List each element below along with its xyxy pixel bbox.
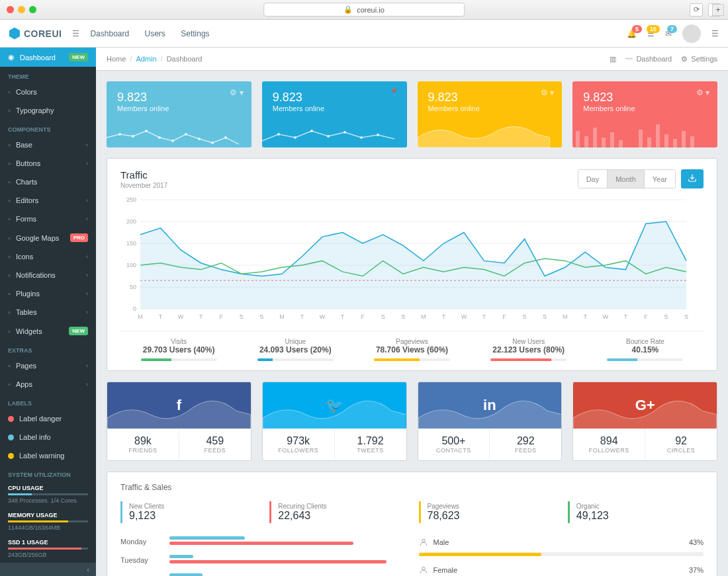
section-title-theme: THEME — [0, 67, 96, 83]
label: Widgets — [16, 327, 42, 335]
range-month[interactable]: Month — [608, 170, 645, 188]
minimize-window-icon[interactable] — [18, 6, 25, 13]
date-range-toggle: Day Month Year — [578, 169, 676, 188]
sidebar-item-notifications[interactable]: ◦ Notifications ‹ — [0, 266, 96, 284]
gear-icon[interactable]: ⚙ ▾ — [696, 88, 709, 97]
aside-toggle-button[interactable]: ☰ — [711, 29, 719, 38]
sidebar-item-widgets[interactable]: ◦ Widgets NEW — [0, 321, 96, 341]
sidebar-item-base[interactable]: ◦ Base ‹ — [0, 136, 96, 154]
sidebar-toggle-button[interactable]: ☰ — [72, 29, 79, 38]
bc-speedometer-icon[interactable]: ▥ — [610, 55, 616, 63]
mini-chart — [107, 118, 239, 147]
user-icon — [419, 565, 428, 575]
nav-settings[interactable]: Settings — [181, 29, 209, 38]
chevron-left-icon: ‹ — [86, 290, 88, 297]
bc-dashboard-link[interactable]: 〰 Dashboard — [625, 55, 672, 63]
sidebar-collapse-button[interactable]: ‹ — [0, 563, 96, 576]
svg-point-2 — [145, 130, 148, 132]
sidebar-item-plugins[interactable]: ◦ Plugins ‹ — [0, 284, 96, 303]
bc-admin[interactable]: Admin — [136, 55, 156, 63]
sidebar-item-typography[interactable]: ◦ Typography — [0, 101, 96, 120]
bc-current: Dashboard — [167, 55, 203, 63]
li-icon: in — [483, 397, 496, 414]
sidebar-item-forms[interactable]: ◦ Forms ‹ — [0, 210, 96, 228]
nav-users[interactable]: Users — [145, 29, 165, 38]
social-stat-a: 894FOLLOWERS — [573, 429, 645, 460]
sidebar-label[interactable]: Label warning — [0, 446, 96, 465]
notifications-bell-icon[interactable]: 🔔5 — [627, 29, 637, 38]
pin-icon[interactable]: 📍 — [389, 88, 399, 97]
sidebar-item-google-maps[interactable]: ◦ Google Maps PRO — [0, 228, 96, 247]
sidebar-item-buttons[interactable]: ◦ Buttons ‹ — [0, 154, 96, 173]
svg-point-0 — [118, 133, 121, 136]
sidebar-label[interactable]: Label danger — [0, 409, 96, 428]
svg-text:W: W — [461, 313, 467, 320]
social-stat-b: 92CIRCLES — [645, 429, 717, 460]
label: Label info — [19, 433, 51, 441]
svg-text:W: W — [178, 313, 184, 320]
chevron-left-icon: ‹ — [86, 309, 88, 315]
svg-text:S: S — [543, 313, 547, 320]
svg-text:T: T — [482, 313, 486, 320]
label: Base — [16, 141, 32, 149]
social-header: in — [418, 382, 562, 429]
icon: ◦ — [8, 290, 11, 298]
social-stat-b: 1.792TWEETS — [335, 429, 406, 460]
svg-text:T: T — [442, 313, 446, 320]
svg-text:T: T — [341, 313, 345, 320]
sidebar-item-dashboard[interactable]: ◉ Dashboard NEW — [0, 48, 96, 67]
new-tab-button[interactable]: + — [712, 4, 724, 16]
stat-value: 9.823 — [117, 91, 241, 104]
app-header: COREUI ☰ Dashboard Users Settings 🔔5 ☰15… — [0, 20, 728, 48]
util-ssd-1-usage: SSD 1 USAGE 243GB/256GB — [0, 535, 96, 562]
svg-rect-18 — [593, 128, 597, 147]
sidebar-item-tables[interactable]: ◦ Tables ‹ — [0, 303, 96, 321]
svg-point-11 — [310, 130, 313, 132]
nav-dashboard[interactable]: Dashboard — [90, 29, 129, 38]
chevron-left-icon: ‹ — [86, 381, 88, 388]
stat-value: 9.823 — [428, 91, 552, 104]
label: Typography — [16, 106, 54, 114]
icon: ◦ — [8, 106, 11, 114]
range-day[interactable]: Day — [578, 170, 608, 188]
sidebar-item-colors[interactable]: ◦ Colors — [0, 83, 96, 101]
sidebar-item-apps[interactable]: ◦ Apps ‹ — [0, 375, 96, 393]
browser-chrome: 🔒 coreui.io ⟳ ◧ + — [0, 0, 728, 20]
messages-icon[interactable]: ✉7 — [665, 29, 672, 38]
badge: NEW — [69, 327, 88, 335]
close-window-icon[interactable] — [7, 6, 14, 13]
svg-rect-20 — [610, 132, 614, 147]
social-stat-b: 292FEEDS — [490, 429, 561, 460]
sidebar-item-pages[interactable]: ◦ Pages ‹ — [0, 356, 96, 375]
traffic-card: Traffic November 2017 Day Month Year — [107, 158, 717, 371]
metric: New Clients9,123 — [120, 501, 256, 523]
svg-text:S: S — [401, 313, 405, 320]
tasks-icon[interactable]: ☰15 — [647, 29, 655, 38]
gear-icon[interactable]: ⚙ ▾ — [541, 88, 554, 97]
svg-text:250: 250 — [126, 196, 136, 203]
url-bar[interactable]: 🔒 coreui.io — [263, 3, 465, 17]
bc-home[interactable]: Home — [107, 55, 126, 63]
brand-logo[interactable]: COREUI — [9, 28, 62, 40]
util-cpu-usage: CPU USAGE 348 Processes. 1/4 Cores. — [0, 481, 96, 508]
label: Label warning — [19, 452, 65, 460]
user-avatar[interactable] — [682, 24, 701, 43]
svg-rect-24 — [656, 124, 660, 147]
range-year[interactable]: Year — [645, 170, 675, 188]
gear-icon[interactable]: ⚙ ▾ — [230, 88, 243, 97]
svg-text:W: W — [320, 313, 326, 320]
svg-text:200: 200 — [126, 218, 136, 225]
traffic-stat: Visits 29.703 Users (40%) — [120, 331, 237, 370]
sidebar-label[interactable]: Label info — [0, 428, 96, 446]
reload-button[interactable]: ⟳ — [690, 3, 703, 17]
gp-icon: G+ — [635, 397, 655, 414]
bc-settings-link[interactable]: ⚙ Settings — [681, 55, 717, 63]
download-button[interactable] — [681, 169, 704, 188]
sidebar-item-charts[interactable]: ◦ Charts — [0, 173, 96, 191]
social-header: 🐦 — [263, 382, 406, 429]
sidebar-item-editors[interactable]: ◦ Editors ‹ — [0, 191, 96, 210]
sidebar-item-icons[interactable]: ◦ Icons ‹ — [0, 247, 96, 266]
svg-rect-26 — [673, 139, 677, 147]
maximize-window-icon[interactable] — [29, 6, 36, 13]
svg-text:M: M — [421, 313, 426, 320]
